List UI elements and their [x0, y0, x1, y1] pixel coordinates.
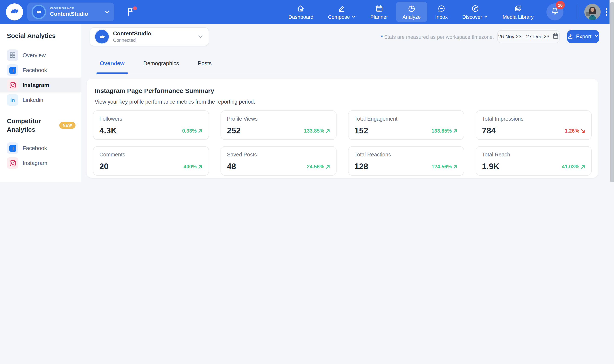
metric-card-total-reach: Total Reach1.9K41.03%	[476, 146, 592, 176]
metric-delta: 133.85%	[304, 128, 330, 134]
tab-demographics[interactable]: Demographics	[143, 60, 179, 73]
workspace-avatar	[32, 5, 46, 19]
sidebar-item-label: Overview	[23, 52, 46, 58]
analytics-tabs: OverviewDemographicsPosts	[90, 60, 599, 73]
compass-icon	[471, 4, 480, 13]
metric-label: Comments	[99, 152, 203, 158]
nav-label: Media Library	[503, 14, 534, 20]
sidebar-item-label: Facebook	[23, 145, 47, 151]
sidebar-item-competitor-facebook[interactable]: fFacebook	[0, 141, 81, 156]
linkedin-icon: in	[7, 94, 18, 106]
trend-up-icon	[453, 129, 458, 133]
nav-label: Compose	[328, 14, 350, 20]
sidebar-item-competitor-instagram[interactable]: Instagram	[0, 156, 81, 170]
trend-up-icon	[453, 164, 458, 169]
date-range-picker[interactable]: 26 Nov 23 - 27 Dec 23	[497, 30, 560, 43]
sidebar-item-social-linkedin[interactable]: inLinkedin	[0, 92, 81, 107]
nav-analyze[interactable]: Analyze	[396, 2, 427, 22]
sidebar-item-label: Instagram	[23, 160, 47, 166]
svg-text:f: f	[12, 146, 14, 151]
user-avatar[interactable]	[584, 4, 601, 20]
metric-value: 20	[99, 162, 108, 171]
sidebar-item-social-facebook[interactable]: fFacebook	[0, 63, 81, 78]
metric-card-saved-posts: Saved Posts4824.56%	[221, 146, 336, 176]
home-icon	[297, 4, 305, 13]
summary-title: Instagram Page Performance Summary	[93, 87, 592, 95]
chevron-down-icon	[594, 34, 599, 40]
metric-label: Saved Posts	[227, 152, 330, 158]
metric-card-total-reactions: Total Reactions128124.56%	[348, 146, 464, 176]
facebook-icon: f	[7, 142, 18, 154]
nav-compose[interactable]: Compose	[321, 2, 363, 22]
chat-bubble-icon	[437, 4, 446, 13]
sidebar-item-label: Instagram	[23, 82, 49, 88]
metric-label: Total Impressions	[482, 116, 585, 122]
metric-card-total-engagement: Total Engagement152133.85%	[348, 110, 464, 140]
pie-chart-icon	[407, 4, 416, 13]
svg-text:f: f	[12, 68, 14, 73]
summary-subtitle: View your key profile performance metric…	[93, 98, 592, 105]
sidebar-item-social-instagram[interactable]: Instagram	[0, 78, 81, 92]
contentstudio-logo[interactable]	[6, 3, 23, 20]
metric-label: Total Engagement	[354, 116, 458, 122]
metric-value: 4.3K	[99, 126, 117, 136]
sidebar-section-title: Social Analytics	[7, 32, 56, 40]
tab-overview[interactable]: Overview	[100, 60, 125, 73]
topbar: WORKSPACE ContentStudio DashboardCompose…	[0, 0, 614, 24]
metric-value: 128	[354, 162, 368, 171]
download-icon	[568, 33, 574, 40]
export-label: Export	[576, 34, 591, 40]
metric-label: Total Reach	[482, 152, 585, 158]
nav-label: Inbox	[435, 14, 448, 20]
scrollbar-thumb[interactable]	[610, 2, 614, 182]
metric-card-followers: Followers4.3K0.33%	[93, 110, 209, 140]
svg-text:in: in	[10, 97, 15, 103]
metrics-grid: Followers4.3K0.33%Profile Views252133.85…	[93, 110, 592, 176]
instagram-icon	[7, 79, 18, 91]
nav-inbox[interactable]: Inbox	[428, 2, 455, 22]
workspace-name: ContentStudio	[50, 11, 88, 17]
metric-label: Total Reactions	[354, 152, 458, 158]
metric-delta: 41.03%	[562, 164, 585, 170]
whats-new-flag-button[interactable]	[126, 7, 137, 18]
timezone-note-asterisk: *	[381, 34, 383, 40]
metric-delta: 24.56%	[307, 164, 330, 170]
page-scrollbar[interactable]	[610, 0, 614, 182]
new-badge: NEW	[59, 122, 76, 129]
media-icon	[514, 4, 522, 13]
flag-notification-dot	[133, 6, 137, 10]
nav-planner[interactable]: Planner	[363, 2, 395, 22]
nav-label: Planner	[370, 14, 388, 20]
nav-dashboard[interactable]: Dashboard	[281, 2, 320, 22]
metric-card-total-impressions: Total Impressions7841.26%	[476, 110, 592, 140]
notifications-button[interactable]: 16	[547, 3, 563, 20]
export-button[interactable]: Export	[567, 30, 599, 43]
metric-value: 252	[227, 126, 241, 136]
trend-up-icon	[325, 129, 330, 133]
tab-posts[interactable]: Posts	[198, 60, 212, 73]
metric-delta: 1.26%	[565, 128, 585, 134]
nav-label: Analyze	[402, 14, 421, 20]
metric-value: 48	[227, 162, 236, 171]
sidebar: Social AnalyticsOverviewfFacebookInstagr…	[0, 24, 81, 182]
metric-delta: 0.33%	[182, 128, 203, 134]
sidebar-item-social-overview[interactable]: Overview	[0, 48, 81, 63]
workspace-label: WORKSPACE	[50, 7, 88, 10]
pencil-icon	[338, 4, 346, 13]
grid-icon	[7, 50, 18, 61]
metric-label: Followers	[99, 116, 203, 122]
metric-delta: 400%	[184, 164, 203, 170]
chevron-down-icon	[105, 9, 110, 15]
workspace-selector[interactable]: WORKSPACE ContentStudio	[27, 2, 114, 21]
instagram-icon	[7, 157, 18, 169]
trend-down-icon	[581, 129, 585, 133]
nav-discover[interactable]: Discover	[455, 2, 495, 22]
top-navigation: DashboardComposePlannerAnalyzeInboxDisco…	[281, 0, 541, 24]
performance-summary-card: Instagram Page Performance Summary View …	[87, 79, 598, 178]
nav-media-library[interactable]: Media Library	[496, 2, 540, 22]
trend-up-icon	[198, 164, 203, 169]
flag-icon	[126, 11, 135, 18]
more-menu-button[interactable]	[604, 7, 609, 17]
metric-label: Profile Views	[227, 116, 330, 122]
metric-value: 1.9K	[482, 162, 499, 171]
